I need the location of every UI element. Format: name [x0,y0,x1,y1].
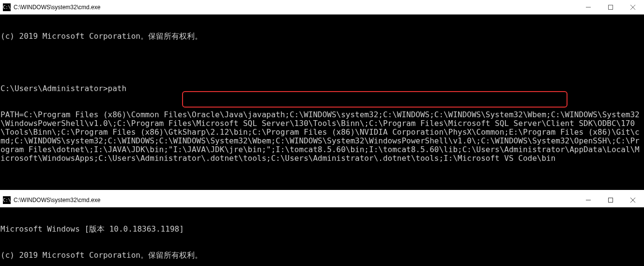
window-controls [577,193,644,207]
close-button[interactable] [622,193,644,207]
copyright-line: (c) 2019 Microsoft Corporation。保留所有权利。 [0,32,644,41]
cmd-window-1: C:\ C:\WINDOWS\system32\cmd.exe (c) 2019… [0,0,644,190]
path-output: PATH=C:\Program Files (x86)\Common Files… [0,110,644,163]
svg-rect-1 [609,5,613,9]
prompt-line: C:\Users\Administrator>path [0,84,644,93]
cmd-icon: C:\ [3,3,11,11]
minimize-button[interactable] [577,0,599,14]
cmd-window-2: C:\ C:\WINDOWS\system32\cmd.exe Microsof… [0,193,644,266]
titlebar-2[interactable]: C:\ C:\WINDOWS\system32\cmd.exe [0,193,644,207]
close-button[interactable] [622,0,644,14]
terminal-output-1[interactable]: (c) 2019 Microsoft Corporation。保留所有权利。 C… [0,15,644,190]
terminal-output-2[interactable]: Microsoft Windows [版本 10.0.18363.1198] (… [0,207,644,266]
titlebar-1[interactable]: C:\ C:\WINDOWS\system32\cmd.exe [0,0,644,15]
copyright-line: (c) 2019 Microsoft Corporation。保留所有权利。 [0,251,644,260]
minimize-button[interactable] [577,193,599,207]
window-title: C:\WINDOWS\system32\cmd.exe [14,4,577,11]
highlight-annotation-1 [182,91,567,108]
version-line: Microsoft Windows [版本 10.0.18363.1198] [0,225,644,234]
cmd-icon: C:\ [3,196,11,204]
maximize-button[interactable] [599,193,622,207]
window-controls [577,0,644,14]
svg-rect-5 [609,198,613,202]
window-title: C:\WINDOWS\system32\cmd.exe [14,197,577,203]
maximize-button[interactable] [599,0,622,14]
blank-line [0,58,644,67]
